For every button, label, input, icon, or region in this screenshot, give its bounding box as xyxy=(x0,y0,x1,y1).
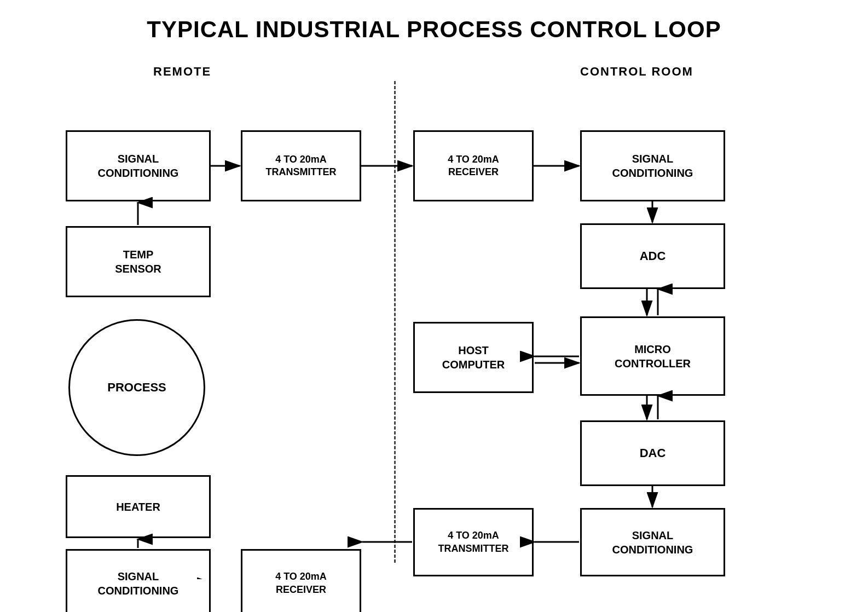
page-container: TYPICAL INDUSTRIAL PROCESS CONTROL LOOP … xyxy=(0,0,868,612)
micro-controller-block: MICROCONTROLLER xyxy=(580,316,725,396)
main-title: TYPICAL INDUSTRIAL PROCESS CONTROL LOOP xyxy=(33,16,835,43)
signal-cond-control-top-block: SIGNALCONDITIONING xyxy=(580,130,725,201)
transmitter-control-bottom-block: 4 TO 20mATRANSMITTER xyxy=(413,508,534,576)
process-block: PROCESS xyxy=(68,319,205,456)
diagram-area: REMOTE CONTROL ROOM SIGNALCONDITIONING 4… xyxy=(33,59,835,579)
signal-cond-remote-bottom-block: SIGNALCONDITIONING xyxy=(66,549,211,612)
remote-label: REMOTE xyxy=(153,65,211,79)
signal-cond-remote-top-block: SIGNALCONDITIONING xyxy=(66,130,211,201)
receiver-control-block: 4 TO 20mARECEIVER xyxy=(413,130,534,201)
control-room-label: CONTROL ROOM xyxy=(580,65,693,79)
divider xyxy=(394,81,396,563)
temp-sensor-block: TEMPSENSOR xyxy=(66,226,211,297)
dac-block: DAC xyxy=(580,420,725,486)
signal-cond-control-bottom-block: SIGNALCONDITIONING xyxy=(580,508,725,576)
transmitter-remote-block: 4 TO 20mATRANSMITTER xyxy=(241,130,361,201)
receiver-remote-bottom-block: 4 TO 20mARECEIVER xyxy=(241,549,361,612)
heater-block: HEATER xyxy=(66,475,211,538)
host-computer-block: HOSTCOMPUTER xyxy=(413,322,534,393)
adc-block: ADC xyxy=(580,223,725,289)
